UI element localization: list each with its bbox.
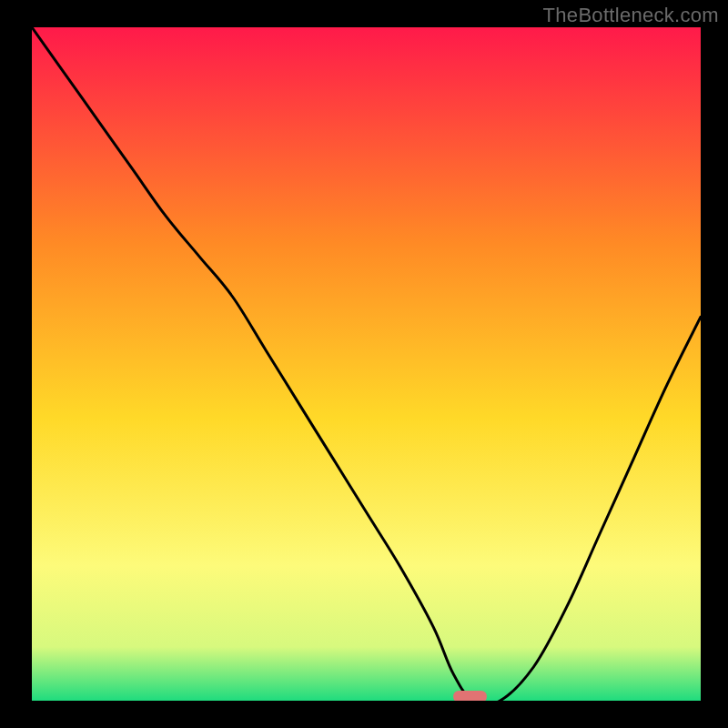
plot-area [32, 27, 701, 701]
chart-container: TheBottleneck.com [0, 0, 728, 728]
gradient-background [32, 27, 701, 701]
bottleneck-chart [32, 27, 701, 701]
optimal-marker [453, 691, 487, 701]
watermark-text: TheBottleneck.com [543, 4, 719, 27]
